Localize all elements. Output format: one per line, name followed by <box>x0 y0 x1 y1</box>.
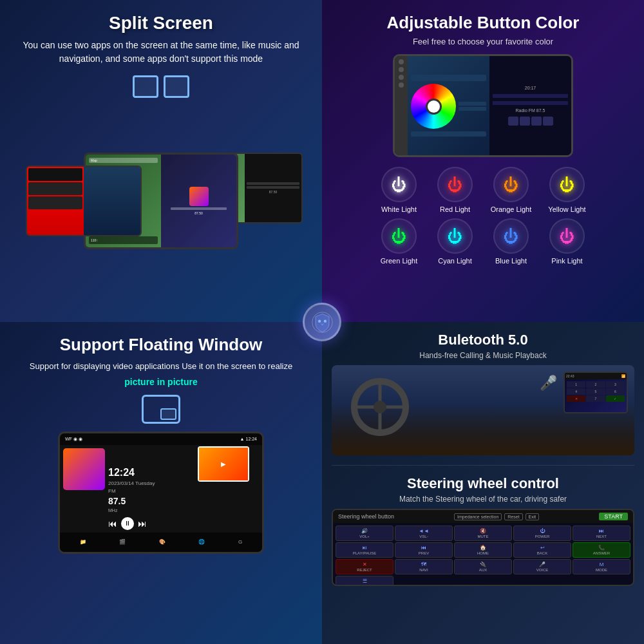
steer-vsl-minus[interactable]: ◄◄ VSL- <box>395 526 453 541</box>
album-art <box>63 448 105 490</box>
pip-highlight: picture in picture <box>124 377 198 387</box>
bluetooth-subtitle: Hands-free Calling & Music Playback <box>332 351 634 360</box>
split-box-left <box>133 75 158 98</box>
next-btn[interactable]: ⏭ <box>138 518 147 529</box>
pink-light-icon: ⏻ <box>549 218 585 254</box>
center-logo <box>303 303 341 341</box>
svg-point-1 <box>317 319 320 322</box>
pip-icon <box>142 395 180 424</box>
steer-aux[interactable]: 🔌 AUX <box>454 559 512 574</box>
pip-inner-box <box>160 408 176 420</box>
impedance-btn[interactable]: Impedance selection <box>454 513 502 520</box>
device-dot-2 <box>399 67 404 72</box>
button-color-section: Adjustable Button Color Feel free to cho… <box>322 0 644 322</box>
steer-mode[interactable]: M MODE <box>573 559 630 574</box>
steer-menu[interactable]: ☰ MENU <box>336 576 393 586</box>
button-color-subtitle: Feel free to choose your favorite color <box>413 37 553 46</box>
color-wheel-container <box>408 56 489 155</box>
prev-btn[interactable]: ⏮ <box>108 518 117 529</box>
section-divider <box>332 465 634 466</box>
white-light-btn[interactable]: ⏻ White Light <box>374 167 424 213</box>
steer-mute[interactable]: 🔇 MUTE <box>454 526 512 541</box>
steer-power[interactable]: ⏻ POWER <box>513 526 571 541</box>
orange-light-label: Orange Light <box>491 205 532 213</box>
device-screen: 20:17 Radio FM 87.5 <box>408 56 571 155</box>
steer-home[interactable]: 🏠 HOME <box>454 542 512 558</box>
car-image: 22:43 📶 1 2 3 4 5 6 ✕ <box>332 365 634 455</box>
steer-back[interactable]: ↩ BACK <box>513 542 571 558</box>
split-screen-subtitle: You can use two apps on the screen at th… <box>13 39 309 66</box>
red-light-btn[interactable]: ⏻ Red Light <box>430 167 480 213</box>
play-btn[interactable]: ⏸ <box>121 517 134 530</box>
screen-mockup-container: Map 110↑ 87.50 <box>13 108 309 249</box>
steering-buttons-grid: 🔊 VOL+ ◄◄ VSL- 🔇 MUTE ⏻ POWER <box>333 523 633 586</box>
white-light-label: White Light <box>381 205 417 213</box>
nav-screen-small: 22:43 📶 1 2 3 4 5 6 ✕ <box>565 373 627 412</box>
orange-light-btn[interactable]: ⏻ Orange Light <box>486 167 536 213</box>
device-status-bar: WF ◉ ◉ ▲ 12:24 <box>60 433 262 445</box>
split-screen-title: Split Screen <box>109 13 213 33</box>
bluetooth-title: Buletooth 5.0 <box>332 332 634 348</box>
red-light-icon: ⏻ <box>437 167 473 202</box>
bottom-bar-google[interactable]: G <box>238 539 242 545</box>
steer-reject[interactable]: ✕ REJECT <box>336 559 393 574</box>
bottom-bar-files[interactable]: 📁 <box>80 539 86 545</box>
bottom-bar-video[interactable]: 🎬 <box>119 539 126 545</box>
steer-play-pause[interactable]: ⏯ PLAY/PAUSE <box>336 542 393 558</box>
steer-next[interactable]: ⏭ NEXT <box>573 526 630 541</box>
color-wheel[interactable] <box>411 84 456 129</box>
device-nav-info: 20:17 Radio FM 87.5 <box>489 56 571 155</box>
split-box-right <box>164 75 189 98</box>
steering-header-title: Steering wheel button <box>338 513 394 520</box>
orange-light-icon: ⏻ <box>493 167 529 202</box>
device-status-right: ▲ 12:24 <box>240 437 257 441</box>
svg-point-2 <box>323 319 326 322</box>
floating-window-title: Support Floating Window <box>60 335 263 355</box>
microphone-icon: 🎤 <box>540 375 557 392</box>
yellow-light-btn[interactable]: ⏻ Yellow Light <box>542 167 592 213</box>
bottom-bar-theme[interactable]: 🎨 <box>159 539 166 545</box>
steering-title: Steering wheel control <box>332 475 634 492</box>
map-screen-small <box>27 235 140 236</box>
device-color-mockup: 20:17 Radio FM 87.5 <box>393 54 573 157</box>
bottom-bar-chrome[interactable]: 🌐 <box>198 539 205 545</box>
device-bottom-bar: 📁 🎬 🎨 🌐 G <box>60 533 262 552</box>
steer-answer[interactable]: 📞 ANSWER <box>573 542 630 558</box>
green-light-btn[interactable]: ⏻ Green Light <box>374 218 424 265</box>
start-btn[interactable]: START <box>599 513 628 520</box>
cyan-light-icon: ⏻ <box>437 218 473 254</box>
music-half: 87.50 <box>161 155 236 247</box>
floating-device: WF ◉ ◉ ▲ 12:24 12:24 2023/03/14 Tuesday … <box>58 431 264 554</box>
cyan-light-btn[interactable]: ⏻ Cyan Light <box>430 218 480 265</box>
blue-light-btn[interactable]: ⏻ Blue Light <box>486 218 536 265</box>
cyan-light-label: Cyan Light <box>438 257 472 265</box>
device-small-left <box>26 166 142 236</box>
device-sidebar <box>395 56 408 155</box>
device-dot-3 <box>399 75 404 80</box>
steer-vol-plus[interactable]: 🔊 VOL+ <box>336 526 393 541</box>
steering-header: Steering wheel button Impedance selectio… <box>333 510 633 523</box>
track-freq-unit: MHz <box>108 508 259 513</box>
floating-window-subtitle: Support for displaying video application… <box>30 360 292 374</box>
floating-video-overlay: ▶ <box>198 446 249 482</box>
pink-light-label: Pink Light <box>551 257 582 265</box>
steer-navi[interactable]: 🗺 NAVI <box>395 559 453 574</box>
white-light-icon: ⏻ <box>381 167 417 202</box>
color-buttons-grid: ⏻ White Light ⏻ Red Light ⏻ Orange Light… <box>374 167 592 265</box>
device-status-left: WF ◉ ◉ <box>65 437 82 442</box>
steer-voice[interactable]: 🎤 VOICE <box>513 559 571 574</box>
green-light-label: Green Light <box>381 257 417 265</box>
exit-btn[interactable]: Exit <box>526 513 540 520</box>
track-radio: FM <box>108 488 259 494</box>
pink-light-btn[interactable]: ⏻ Pink Light <box>542 218 592 265</box>
green-light-icon: ⏻ <box>381 218 417 254</box>
bluetooth-section: Buletooth 5.0 Hands-free Calling & Music… <box>332 332 634 455</box>
youtube-screen <box>27 167 84 235</box>
reset-btn[interactable]: Reset <box>504 513 522 520</box>
steering-wheel-img <box>351 378 409 436</box>
steering-subtitle: Match the Steering wheel of the car, dri… <box>332 495 634 504</box>
bluetooth-steering-section: Buletooth 5.0 Hands-free Calling & Music… <box>322 322 644 644</box>
blue-light-label: Blue Light <box>495 257 527 265</box>
red-light-label: Red Light <box>440 205 470 213</box>
steer-prev[interactable]: ⏮ PREV <box>395 542 453 558</box>
